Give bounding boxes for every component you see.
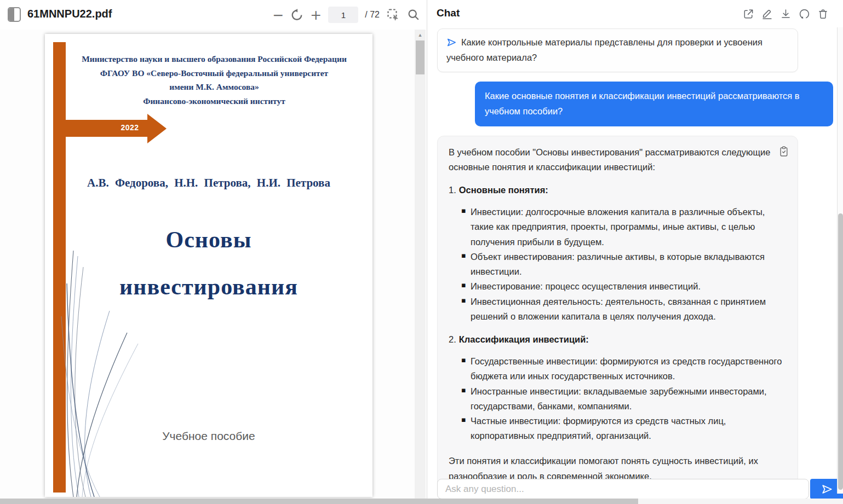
institution-line: ФГАОУ ВО «Северо-Восточный федеральный у… <box>65 66 364 80</box>
chat-message-list: Какие контрольные материалы представлены… <box>437 28 798 495</box>
pdf-toolbar-controls: − + / 72 <box>272 0 420 30</box>
assistant-intro: В учебном пособии "Основы инвестирования… <box>449 145 787 175</box>
pdf-toolbar: 61MNNPU22.pdf − + / 72 <box>0 0 427 30</box>
list-item: Иностранные инвестиции: вкладываемые зар… <box>471 384 787 414</box>
horizontal-scrollbar[interactable] <box>0 499 843 504</box>
bullet-list: Инвестиции: долгосрочные вложения капита… <box>449 205 787 324</box>
authors-line: А.В. Федорова, Н.Н. Петрова, Н.И. Петров… <box>45 176 372 190</box>
suggested-question-text: Какие контрольные материалы представлены… <box>446 37 762 62</box>
trash-icon <box>817 8 829 20</box>
year-label: 2022 <box>113 123 146 132</box>
list-item: Частные инвестиции: формируются из средс… <box>471 414 787 443</box>
section-heading: 2.Классификация инвестиций: <box>449 332 787 347</box>
bullet-list: Государственные инвестиции: формируются … <box>449 354 787 443</box>
page-count-label: / 72 <box>365 10 380 20</box>
section-heading: 1.Основные понятия: <box>449 183 787 198</box>
send-plane-icon <box>446 37 457 48</box>
chat-title: Chat <box>437 7 460 19</box>
list-item: Инвестиционная деятельность: деятельност… <box>471 294 787 324</box>
refresh-button[interactable] <box>799 8 810 20</box>
chat-input[interactable] <box>437 479 809 499</box>
institution-line: Министерство науки и высшего образования… <box>65 52 364 66</box>
user-message-bubble: Какие основные понятия и классификации и… <box>475 82 833 126</box>
chat-panel: Chat <box>427 0 843 499</box>
pdf-vertical-scrollbar[interactable]: ▲ <box>415 30 426 499</box>
section-number: 1. <box>449 185 456 195</box>
pencil-icon <box>761 8 773 20</box>
chat-input-row <box>437 479 834 499</box>
marquee-cursor-icon <box>386 8 400 22</box>
pdf-filename: 61MNNPU22.pdf <box>27 8 112 20</box>
user-message-row: Какие основные понятия и классификации и… <box>437 82 798 126</box>
search-button[interactable] <box>407 8 420 21</box>
list-item: Инвестиции: долгосрочные вложения капита… <box>471 205 787 250</box>
zoom-in-button[interactable]: + <box>310 8 322 22</box>
assistant-message-card: В учебном пособии "Основы инвестирования… <box>437 136 798 495</box>
zoom-out-button[interactable]: − <box>272 8 284 22</box>
select-tool-button[interactable] <box>386 8 400 22</box>
institution-line: Финансово-экономический институт <box>65 94 364 108</box>
horizontal-scrollbar-thumb[interactable] <box>0 499 638 504</box>
institution-line: имени М.К. Аммосова» <box>65 80 364 94</box>
download-icon <box>780 8 792 20</box>
search-icon <box>407 8 420 21</box>
section-title: Основные понятия: <box>459 185 548 195</box>
send-icon <box>821 483 833 495</box>
pdf-viewer-panel: 61MNNPU22.pdf − + / 72 <box>0 0 427 499</box>
share-icon <box>743 8 754 20</box>
clipboard-check-icon <box>778 146 789 158</box>
section-title: Классификация инвестиций: <box>459 334 589 344</box>
chat-scrollbar-thumb[interactable] <box>838 213 843 490</box>
list-item: Государственные инвестиции: формируются … <box>471 354 787 384</box>
reset-zoom-icon <box>290 8 303 21</box>
edit-button[interactable] <box>761 8 773 20</box>
copy-button[interactable] <box>778 146 789 158</box>
sidebar-toggle-icon[interactable] <box>8 7 21 22</box>
share-button[interactable] <box>743 8 754 20</box>
institution-header: Министерство науки и высшего образования… <box>65 52 364 108</box>
pdf-viewer-canvas[interactable]: 2022 Министерство науки и высшего образо… <box>0 30 415 499</box>
chat-actions <box>743 8 829 20</box>
delete-button[interactable] <box>817 8 829 20</box>
scroll-up-button[interactable]: ▲ <box>415 31 426 39</box>
suggested-question-card[interactable]: Какие контрольные материалы представлены… <box>437 28 798 72</box>
book-title-line1: Основы <box>45 227 372 253</box>
decorative-strands <box>45 251 171 497</box>
year-banner-arrow <box>147 114 167 143</box>
list-item: Объект инвестирования: различные активы,… <box>471 250 787 279</box>
pdf-scrollbar-thumb[interactable] <box>416 40 425 74</box>
chat-vertical-scrollbar[interactable] <box>837 27 843 494</box>
refresh-icon <box>799 8 810 20</box>
reset-zoom-button[interactable] <box>290 8 303 21</box>
pdf-page: 2022 Министерство науки и высшего образо… <box>45 34 372 497</box>
list-item: Инвестирование: процесс осуществления ин… <box>471 279 787 294</box>
section-number: 2. <box>449 334 456 344</box>
download-button[interactable] <box>780 8 792 20</box>
page-number-input[interactable] <box>328 7 358 23</box>
